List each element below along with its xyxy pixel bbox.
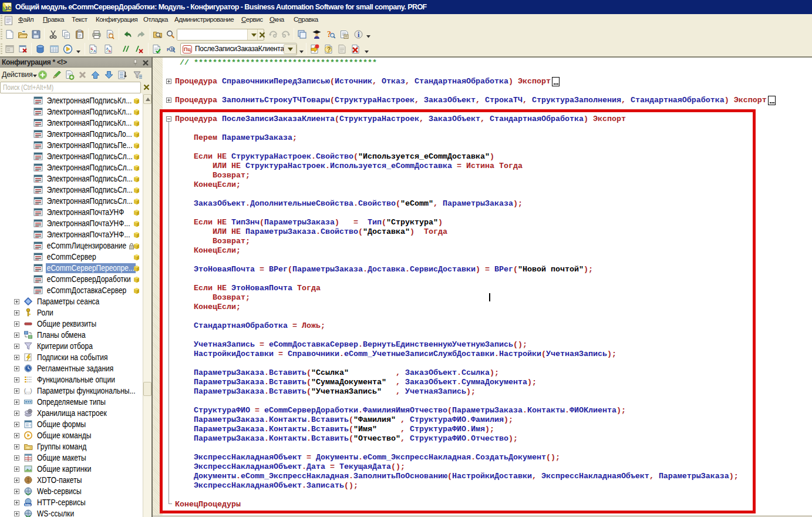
svg-text:1C: 1C (5, 5, 11, 11)
svg-text:http: http (25, 503, 31, 506)
svg-text:А: А (93, 49, 96, 53)
svg-text:?: ? (327, 46, 331, 53)
svg-text:10: 10 (170, 47, 175, 51)
svg-text:Б: Б (109, 49, 112, 53)
svg-text:(...): (...) (24, 388, 32, 394)
